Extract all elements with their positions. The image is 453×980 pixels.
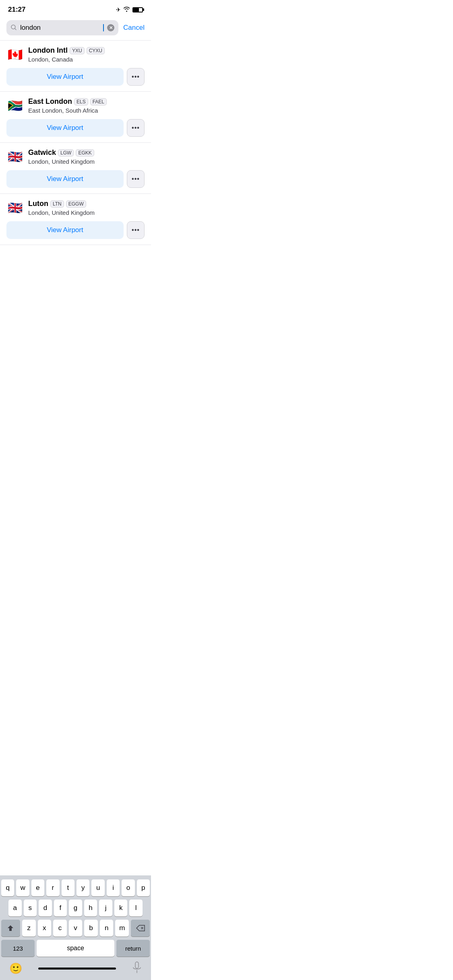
airport-header: 🇨🇦 London Intl YXU CYXU London, Canada bbox=[6, 46, 145, 63]
airport-code-fael: FAEL bbox=[90, 98, 107, 105]
airport-location: East London, South Africa bbox=[28, 107, 145, 114]
airport-code-cyxu: CYXU bbox=[87, 47, 105, 54]
airport-item-london-intl: 🇨🇦 London Intl YXU CYXU London, Canada V… bbox=[0, 41, 151, 92]
airport-name: London Intl bbox=[28, 46, 68, 55]
battery-icon bbox=[132, 7, 143, 12]
airport-info: Luton LTN EGGW London, United Kingdom bbox=[28, 200, 145, 216]
cancel-button[interactable]: Cancel bbox=[123, 24, 145, 32]
more-options-button-east-london[interactable]: ••• bbox=[127, 119, 145, 137]
airport-location: London, United Kingdom bbox=[28, 158, 145, 165]
airport-code-lgw: LGW bbox=[58, 149, 74, 156]
airport-name: East London bbox=[28, 97, 72, 106]
airport-name-row: East London ELS FAEL bbox=[28, 97, 145, 106]
flag-uk-gatwick: 🇬🇧 bbox=[6, 148, 23, 165]
airport-info: Gatwick LGW EGKK London, United Kingdom bbox=[28, 148, 145, 165]
view-airport-button-gatwick[interactable]: View Airport bbox=[6, 170, 124, 188]
flag-south-africa: 🇿🇦 bbox=[6, 97, 23, 114]
more-options-button-gatwick[interactable]: ••• bbox=[127, 170, 145, 188]
airport-name-row: London Intl YXU CYXU bbox=[28, 46, 145, 55]
status-bar: 21:27 ✈ bbox=[0, 0, 151, 17]
airport-code-els: ELS bbox=[74, 98, 88, 105]
airport-name-row: Gatwick LGW EGKK bbox=[28, 148, 145, 157]
search-input[interactable]: london bbox=[20, 24, 100, 32]
more-options-button-luton[interactable]: ••• bbox=[127, 221, 145, 239]
airport-item-east-london: 🇿🇦 East London ELS FAEL East London, Sou… bbox=[0, 92, 151, 143]
status-time: 21:27 bbox=[8, 6, 25, 14]
airport-location: London, United Kingdom bbox=[28, 209, 145, 216]
airport-name: Luton bbox=[28, 200, 48, 208]
airport-item-luton: 🇬🇧 Luton LTN EGGW London, United Kingdom… bbox=[0, 194, 151, 245]
view-airport-button-east-london[interactable]: View Airport bbox=[6, 119, 124, 137]
clear-icon: ✕ bbox=[109, 26, 113, 30]
text-cursor bbox=[103, 24, 104, 31]
airport-header: 🇬🇧 Gatwick LGW EGKK London, United Kingd… bbox=[6, 148, 145, 165]
search-icon bbox=[10, 24, 17, 32]
more-options-button-london-intl[interactable]: ••• bbox=[127, 68, 145, 86]
airport-actions: View Airport ••• bbox=[6, 221, 145, 239]
airport-name: Gatwick bbox=[28, 148, 56, 157]
airport-code-egkk: EGKK bbox=[76, 149, 94, 156]
airport-actions: View Airport ••• bbox=[6, 170, 145, 188]
airport-code-ltn: LTN bbox=[50, 200, 64, 208]
airport-location: London, Canada bbox=[28, 56, 145, 63]
search-container: london ✕ Cancel bbox=[0, 17, 151, 40]
view-airport-button-luton[interactable]: View Airport bbox=[6, 221, 124, 239]
status-icons: ✈ bbox=[116, 6, 143, 13]
airport-item-gatwick: 🇬🇧 Gatwick LGW EGKK London, United Kingd… bbox=[0, 143, 151, 194]
results-list: 🇨🇦 London Intl YXU CYXU London, Canada V… bbox=[0, 41, 151, 245]
airport-code-yxu: YXU bbox=[70, 47, 85, 54]
flag-canada: 🇨🇦 bbox=[6, 46, 23, 63]
wifi-icon bbox=[123, 6, 130, 13]
airport-info: London Intl YXU CYXU London, Canada bbox=[28, 46, 145, 63]
airport-info: East London ELS FAEL East London, South … bbox=[28, 97, 145, 114]
airport-code-eggw: EGGW bbox=[66, 200, 86, 208]
search-clear-button[interactable]: ✕ bbox=[107, 24, 114, 31]
search-input-wrap[interactable]: london ✕ bbox=[6, 20, 118, 35]
airport-name-row: Luton LTN EGGW bbox=[28, 200, 145, 208]
airport-header: 🇬🇧 Luton LTN EGGW London, United Kingdom bbox=[6, 200, 145, 216]
view-airport-button-london-intl[interactable]: View Airport bbox=[6, 68, 124, 86]
airport-actions: View Airport ••• bbox=[6, 119, 145, 137]
flag-uk-luton: 🇬🇧 bbox=[6, 200, 23, 216]
airport-actions: View Airport ••• bbox=[6, 68, 145, 86]
airplane-icon: ✈ bbox=[116, 6, 121, 13]
airport-header: 🇿🇦 East London ELS FAEL East London, Sou… bbox=[6, 97, 145, 114]
